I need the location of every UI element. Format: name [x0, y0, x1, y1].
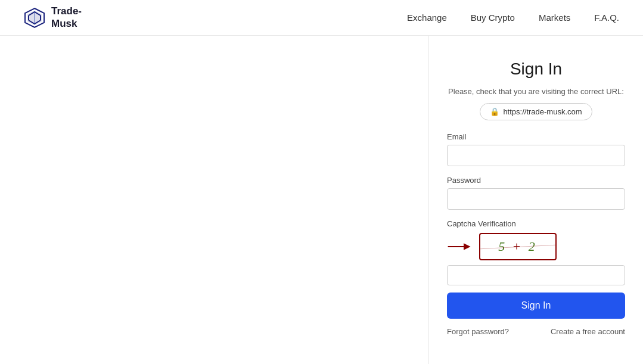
url-text: https://trade-musk.com — [503, 107, 582, 116]
captcha-operator: + — [513, 239, 529, 254]
email-group: Email — [447, 132, 625, 166]
nav: Exchange Buy Crypto Markets F.A.Q. — [407, 13, 619, 23]
left-panel — [0, 36, 428, 364]
captcha-digit-1: 5 — [498, 239, 507, 254]
captcha-image: 5 + 2 — [479, 233, 557, 260]
password-input[interactable] — [447, 188, 625, 210]
captcha-input[interactable] — [447, 265, 625, 285]
logo-icon — [24, 7, 45, 29]
sign-in-button[interactable]: Sign In — [447, 293, 625, 319]
create-account-link[interactable]: Create a free account — [551, 327, 625, 336]
password-group: Password — [447, 176, 625, 210]
captcha-label: Captcha Verification — [447, 219, 625, 228]
forgot-password-link[interactable]: Forgot password? — [447, 327, 509, 336]
url-badge: 🔒 https://trade-musk.com — [480, 103, 592, 120]
lock-icon: 🔒 — [490, 107, 499, 116]
email-label: Email — [447, 132, 625, 141]
captcha-digit-2: 2 — [529, 239, 538, 254]
arrow-indicator — [447, 239, 471, 254]
main-layout: Sign In Please, check that you are visit… — [0, 36, 643, 364]
nav-exchange[interactable]: Exchange — [407, 13, 447, 23]
nav-faq[interactable]: F.A.Q. — [594, 13, 619, 23]
sign-in-title: Sign In — [447, 60, 625, 79]
captcha-section: Captcha Verification 5 + 2 — [447, 219, 625, 285]
logo-text: Trade- Musk — [51, 5, 82, 30]
bottom-links: Forgot password? Create a free account — [447, 327, 625, 336]
nav-buy-crypto[interactable]: Buy Crypto — [471, 13, 515, 23]
arrow-icon — [447, 239, 471, 254]
logo: Trade- Musk — [24, 5, 82, 30]
nav-markets[interactable]: Markets — [539, 13, 570, 23]
password-label: Password — [447, 176, 625, 185]
header: Trade- Musk Exchange Buy Crypto Markets … — [0, 0, 643, 36]
captcha-container: 5 + 2 — [447, 233, 625, 260]
email-input[interactable] — [447, 145, 625, 166]
url-check-text: Please, check that you are visiting the … — [447, 87, 625, 96]
sign-in-panel: Sign In Please, check that you are visit… — [428, 36, 643, 364]
